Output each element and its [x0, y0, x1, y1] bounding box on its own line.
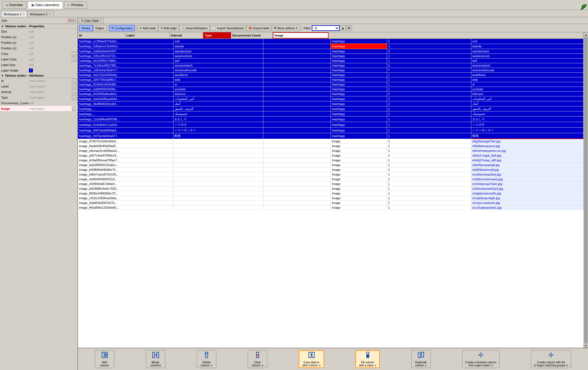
scroll-down-btn[interactable]: ▼ — [584, 343, 588, 348]
cell-id: hashtags_1a52e4a165d7c7... — [78, 68, 173, 73]
table-row[interactable]: image_c916e15560ea20da...Image1e1mjsifxi… — [78, 196, 584, 201]
col-header-image[interactable]: Image — [273, 32, 329, 38]
cell-occurrences: 1 — [387, 116, 471, 122]
table-row[interactable]: image_879575142b5c8dc0...Image1e0g1basvg… — [78, 139, 584, 144]
export-table-btn[interactable]: 📤 Export table — [246, 25, 271, 31]
cell-occurrences: 1 — [387, 177, 471, 182]
svg-rect-0 — [102, 352, 104, 358]
attr-type-btn[interactable]: ... — [72, 95, 76, 100]
table-row[interactable]: hashtags_819b5fc4045d86...xrHashtags1xr — [78, 82, 584, 87]
table-row[interactable]: image_f66a009a131fc8a40...Image1e1z3cajw… — [78, 205, 584, 210]
prop-color-label: Color — [1, 52, 29, 55]
label-visible-checkbox[interactable]: ✓ — [29, 69, 33, 72]
table-row[interactable]: image_ef28f3b4d67d40e9...Image1e1h4nlpvc… — [78, 182, 584, 186]
nodes-tab-btn[interactable]: Nodes — [79, 25, 93, 31]
table-row[interactable]: image_4c9a689cead79fae7...Image1e0x6j37x… — [78, 158, 584, 163]
table-row[interactable]: image_b60388619e0c7025...Image1e1kbmrwxo… — [78, 186, 584, 191]
table-row[interactable]: hashtags_9b48f26254cd34...أمنكHashtags2أ… — [78, 101, 584, 106]
table-row[interactable]: hashtags_0e22f493c7480c...wefHashtags1we… — [78, 59, 584, 63]
boolean-column-btn[interactable]: Create a boolean columnfrom regex match … — [462, 350, 499, 368]
table-row[interactable]: image_a9ceae41cb06faea2...Image1e0mzhnww… — [78, 149, 584, 153]
import-spreadsheet-btn[interactable]: 📋 Import Spreadsheet — [210, 25, 246, 31]
prop-label-color-btn[interactable]: ... — [72, 57, 76, 62]
table-row[interactable]: hashtags_0097aba990fab6...ハリーポッターHashtag… — [78, 128, 584, 133]
merge-columns-btn[interactable]: Mergecolumns — [146, 350, 165, 368]
more-actions-btn[interactable]: ⚙ More actions ∨ — [272, 25, 300, 31]
col-header-occurrences[interactable]: Occurrences Count — [231, 32, 273, 38]
table-row[interactable]: hashtags_2eb4e585ea44b4...أمن_المعلوماتH… — [78, 96, 584, 101]
scroll-up-btn[interactable]: ▲ — [584, 32, 588, 37]
attr-id-btn[interactable]: ... — [72, 79, 76, 83]
vertical-scrollbar[interactable]: ▲ ▼ — [584, 32, 588, 348]
col-header-label[interactable]: Label — [125, 32, 170, 38]
scroll-thumb[interactable] — [584, 37, 587, 343]
table-row[interactable]: hashtags_5d0aecec3cbbf1d...wandaHashtags… — [78, 44, 584, 49]
table-container[interactable]: Id Label Interval Type Occurrences Count… — [78, 32, 584, 348]
data-lab-btn[interactable]: ▣ Data Laboratory — [28, 1, 63, 9]
table-row[interactable]: hashtags_30477954a8f8c7...wsbHashtags1ws… — [78, 77, 584, 82]
duplicate-column-btn[interactable]: Duplicatecolumn ∨ — [411, 350, 431, 368]
add-edge-btn[interactable]: ⊕ Add edge — [158, 25, 179, 31]
filter-dropdown[interactable]: Id — [312, 25, 340, 31]
regex-list-column-btn[interactable]: Create column with listof regex matching… — [531, 350, 571, 368]
table-row[interactable]: image_b05ffdf0d44b85e74...Image1e0ylll3w… — [78, 167, 584, 172]
panel-pin-btn[interactable]: 📌 — [67, 19, 71, 23]
table-row[interactable]: image_e80e7edcd57b4155...Image1e1clkbcxm… — [78, 172, 584, 177]
col-header-type[interactable]: Type — [203, 32, 231, 38]
table-row[interactable]: hashtags_...التزييف_العميقHashtags2التزي… — [78, 106, 584, 111]
cell-label — [173, 153, 263, 158]
table-row[interactable]: hashtags_5976ecb842a677...動画Hashtags1動画 — [78, 133, 584, 139]
cell-occurrences: 1 — [387, 172, 471, 177]
workspace-tab-2[interactable]: Workspace 2 ✕ — [27, 11, 53, 17]
table-row[interactable]: image_8600e34f800b6c70...Image1e1lqplexs… — [78, 191, 584, 196]
cell-image: wanda — [471, 44, 583, 49]
table-row[interactable]: image_a957c4ee97099e18...Image1e0ws2-ovg… — [78, 153, 584, 158]
filter-up-btn[interactable]: ▲ — [340, 25, 346, 31]
workspace-tab-2-close[interactable]: ✕ — [49, 13, 51, 16]
edges-tab-btn[interactable]: Edges — [93, 25, 107, 31]
attr-image-btn[interactable]: ... — [72, 106, 76, 111]
copy-data-btn[interactable]: Copy data toother column ∨ — [299, 350, 324, 368]
attr-label-btn[interactable]: ... — [72, 84, 76, 89]
cell-image: e1usyx-wuaixcte.jpg — [471, 201, 583, 205]
cell-type: Hashtags — [331, 133, 387, 139]
table-row[interactable]: image_4e964604900531d...Image1e1didzsxma… — [78, 177, 584, 182]
add-column-btn[interactable]: Addcolumn — [95, 350, 114, 368]
delete-column-btn[interactable]: Deletecolumn ∨ — [197, 350, 216, 368]
table-row[interactable]: hashtags_7e10fce6f927f65...womenintechHa… — [78, 63, 584, 68]
configuration-btn[interactable]: ⚙ Configuration — [109, 25, 135, 31]
add-node-btn[interactable]: ⊕ Add node — [137, 25, 158, 31]
table-row[interactable]: hashtags_0c4e9e0c11a22d...ハリポタHashtags1ハ… — [78, 122, 584, 128]
overview-btn[interactable]: ● Overview — [2, 1, 26, 9]
cell-type: Image — [331, 153, 387, 158]
workspace-tab-1[interactable]: Workspace 1 ✕ — [1, 11, 27, 17]
table-row[interactable]: hashtags_cc300ae527ba61...vvdHashtags1vv… — [78, 39, 584, 44]
table-row[interactable]: hashtags_4a2125c5934e8e...workforceHasht… — [78, 73, 584, 77]
filter-settings-btn[interactable]: ⚙ — [346, 25, 352, 31]
cell-label: التزييف_العميق — [173, 106, 263, 111]
table-row[interactable]: hashtags_505cd35153715...wearevenomHasht… — [78, 54, 584, 59]
prop-color-btn[interactable]: ... — [72, 52, 76, 56]
table-row[interactable]: hashtags_642945fa8ea6e6...édunumHashtags… — [78, 92, 584, 96]
table-row[interactable]: hashtags_...خصوصيتكHashtags2خصوصيتك — [78, 111, 584, 116]
table-row[interactable]: hashtags_ba9bf05693b9fa...youtubeHashtag… — [78, 87, 584, 92]
attr-type-label: Type — [1, 96, 29, 99]
table-row[interactable]: image_8a028f59f1515a8cc...Image1e0yfrhpx… — [78, 163, 584, 167]
attr-interval-btn[interactable]: ... — [72, 90, 76, 94]
table-row[interactable]: image_8bafe5d54f9a59a2f...Image1e0iy8wtx… — [78, 144, 584, 149]
data-table-tab-close[interactable]: ✕ — [100, 19, 102, 22]
workspace-tab-1-close[interactable]: ✕ — [23, 13, 25, 16]
table-row[interactable]: image_3ddd53b3097d27b...Image1e1usyx-wua… — [78, 201, 584, 205]
cell-type: Hashtags — [331, 82, 387, 87]
table-row[interactable]: hashtags_12a3bffea056786...おもしろHashtags1… — [78, 116, 584, 122]
clear-column-btn[interactable]: Clearcolumn ∨ — [248, 350, 267, 368]
col-header-id[interactable]: Id — [78, 32, 125, 38]
table-row[interactable]: hashtags_2dd9a0e64429f7...wandavisionHas… — [78, 49, 584, 54]
col-header-interval[interactable]: Interval — [170, 32, 203, 38]
table-row[interactable]: hashtags_1a52e4a165d7c7...womenwhocodeHa… — [78, 68, 584, 73]
fill-column-btn[interactable]: Fill columnwith a value ∨ — [356, 350, 380, 368]
data-table-tab[interactable]: ⊞ Data Table ✕ — [79, 18, 104, 23]
panel-close-btn[interactable]: ✕ — [72, 19, 76, 23]
search-replace-btn[interactable]: 🔍 Search/Replace — [179, 25, 210, 31]
preview-btn[interactable]: ▷ Preview — [64, 1, 87, 9]
